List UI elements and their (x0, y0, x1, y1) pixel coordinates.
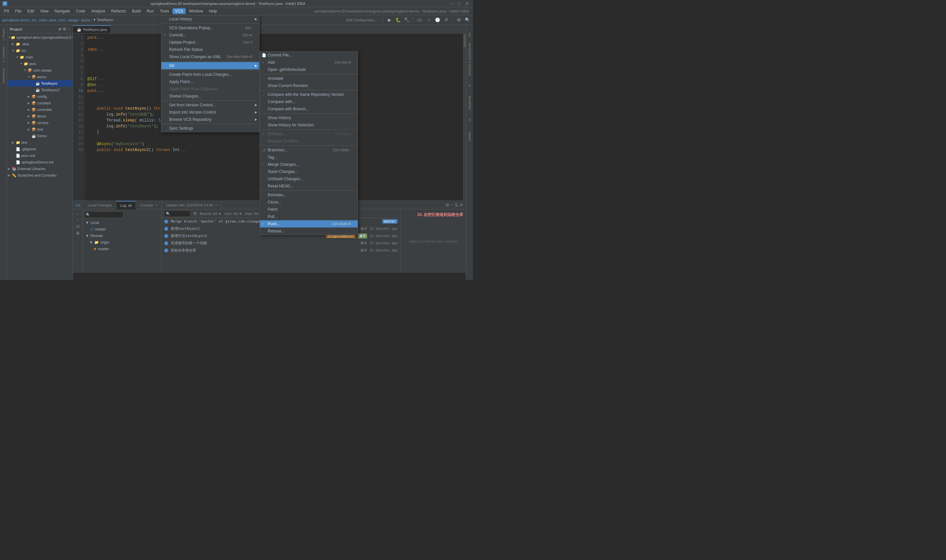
menu-separator (161, 124, 259, 124)
menu-item-window[interactable]: Window (186, 8, 206, 14)
title-bar: P springbootDemo [D:\workspace\zhangxiao… (0, 0, 473, 7)
menu-item-vcs[interactable]: VCS (173, 8, 186, 14)
menu-label: UnStash Changes... (268, 177, 303, 181)
menu-item-help[interactable]: Help (206, 8, 220, 14)
menu-item-file[interactable]: File (12, 8, 24, 14)
vcs-get-version-control[interactable]: Get from Version Control... ▶ (161, 102, 259, 109)
menu-label: Stash Changes... (268, 169, 298, 174)
menu-separator (260, 129, 358, 130)
submenu-arrow: ▶ (255, 64, 257, 67)
git-rollback: ↺ Rollback... Ctrl+Alt+Z (260, 130, 358, 137)
submenu-arrow: ▶ (255, 103, 257, 107)
minimize-button[interactable]: ─ (449, 1, 455, 6)
close-button[interactable]: ✕ (464, 1, 470, 6)
menu-label: Apply Patch from Clipboard... (169, 87, 220, 91)
menu-item-run[interactable]: Run (144, 8, 157, 14)
git-tag[interactable]: Tag... (260, 154, 358, 161)
submenu-arrow: ▶ (255, 17, 257, 21)
vcs-show-local-changes[interactable]: Show Local Changes as UML Ctrl+Alt+Shift… (161, 53, 259, 60)
vcs-commit[interactable]: ✓ Commit... Ctrl+K (161, 32, 259, 39)
menu-label: Compare with Branch... (268, 107, 309, 111)
menu-label: Update Project... (169, 40, 199, 45)
menu-separator (161, 100, 259, 101)
project-path: springbootDemo [D:\workspace\zhangxiao-j… (311, 9, 472, 13)
vcs-create-patch[interactable]: Create Patch from Local Changes... (161, 71, 259, 78)
git-compare-with[interactable]: Compare with... (260, 98, 358, 105)
git-open-exclude[interactable]: Open .git/info/exclude (260, 66, 358, 73)
menu-separator (260, 113, 358, 114)
menu-separator (161, 61, 259, 62)
menu-label: Apply Patch... (169, 80, 194, 84)
vcs-browse-repository[interactable]: Browse VCS Repository ▶ (161, 116, 259, 123)
vcs-local-history[interactable]: Local History ▶ (161, 15, 259, 23)
vcs-refresh-status[interactable]: Refresh File Status (161, 46, 259, 53)
shortcut: Alt+` (245, 26, 253, 30)
menu-item-navigate[interactable]: Navigate (52, 8, 72, 14)
menu-item-refactor[interactable]: Refactor (109, 8, 129, 14)
menu-label: Show History (268, 115, 291, 120)
git-clone[interactable]: Clone... (260, 198, 358, 206)
icon: ⎇ (262, 148, 266, 152)
menu-label: Push... (268, 222, 280, 226)
git-rebase[interactable]: Rebase... (260, 228, 358, 235)
menu-item-code[interactable]: Code (73, 8, 88, 14)
menu-label: Browse VCS Repository (169, 117, 211, 122)
git-push[interactable]: ↑ Push... Ctrl+Shift+K (260, 220, 358, 228)
git-commit-file[interactable]: 📄 Commit File... (260, 52, 358, 59)
menu-label: Annotate (268, 76, 283, 81)
git-show-current-revision[interactable]: Show Current Revision (260, 82, 358, 89)
git-add[interactable]: + Add Ctrl+Alt+A (260, 59, 358, 66)
git-remotes[interactable]: Remotes... (260, 191, 358, 198)
menu-separator (260, 90, 358, 90)
menu-label: Open .git/info/exclude (268, 67, 306, 72)
git-annotate[interactable]: Annotate (260, 75, 358, 82)
menu-label: Branches... (268, 148, 288, 152)
menu-item-view[interactable]: View (37, 8, 51, 14)
submenu-arrow: ▶ (255, 111, 257, 114)
vcs-apply-patch-clipboard: Apply Patch from Clipboard... (161, 85, 259, 92)
git-fetch[interactable]: Fetch (260, 206, 358, 213)
shortcut: Ctrl+Shift+K (332, 222, 351, 226)
menu-item-tools[interactable]: Tools (157, 8, 172, 14)
vcs-sync-settings[interactable]: Sync Settings (161, 125, 259, 132)
menu-label: Show History for Selection (268, 123, 314, 128)
vcs-apply-patch[interactable]: Apply Patch... (161, 78, 259, 85)
icon: ↺ (262, 132, 264, 136)
git-show-history-selection[interactable]: Show History for Selection (260, 122, 358, 129)
menu-label: Reset HEAD... (268, 184, 293, 188)
git-compare-branch[interactable]: Compare with Branch... (260, 105, 358, 112)
menu-item-build[interactable]: Build (129, 8, 143, 14)
vcs-import-version-control[interactable]: Import into Version Control ▶ (161, 109, 259, 116)
vcs-git[interactable]: Git ▶ (161, 62, 259, 69)
menu-item-edit[interactable]: Edit (25, 8, 37, 14)
git-merge-changes[interactable]: ⑃ Merge Changes... (260, 161, 358, 168)
vcs-update-project[interactable]: Update Project... Ctrl+T (161, 39, 259, 46)
git-unstash-changes[interactable]: UnStash Changes... (260, 175, 358, 183)
git-resolve-conflicts: Resolve Conflicts... (260, 137, 358, 145)
menu-item-analyze[interactable]: Analyze (89, 8, 108, 14)
app-icon: P (3, 1, 7, 6)
vcs-operations-popup[interactable]: VCS Operations Popup... Alt+` (161, 24, 259, 32)
menu-overlay: Local History ▶ VCS Operations Popup... … (0, 15, 473, 280)
menu-label: Add (268, 60, 274, 65)
submenu-arrow: ▶ (255, 118, 257, 121)
shortcut: Ctrl+T (243, 40, 253, 44)
vcs-shelve-changes[interactable]: Shelve Changes... (161, 92, 259, 100)
maximize-button[interactable]: □ (456, 1, 462, 6)
menu-item-ps[interactable]: PS (1, 8, 12, 14)
menu-label: Compare with... (268, 100, 295, 104)
shortcut: Ctrl+K (242, 33, 253, 37)
git-compare-same-repo[interactable]: ↔ Compare with the Same Repository Versi… (260, 91, 358, 98)
menu-label: Show Local Changes as UML (169, 54, 221, 59)
git-branches[interactable]: ⎇ Branches... Ctrl+Shift+` (260, 146, 358, 154)
window-controls[interactable]: ─ □ ✕ (449, 1, 470, 6)
git-stash-changes[interactable]: Stash Changes... (260, 168, 358, 175)
menu-label: Commit... (169, 33, 186, 37)
menu-bar: PS File Edit View Navigate Code Analyze … (0, 7, 473, 15)
shortcut: Ctrl+Alt+Z (335, 132, 351, 136)
git-reset-head[interactable]: Reset HEAD... (260, 183, 358, 190)
menu-separator (260, 145, 358, 146)
icon: ⑃ (262, 163, 264, 166)
git-show-history[interactable]: Show History (260, 114, 358, 122)
git-pull[interactable]: Pull... (260, 213, 358, 220)
